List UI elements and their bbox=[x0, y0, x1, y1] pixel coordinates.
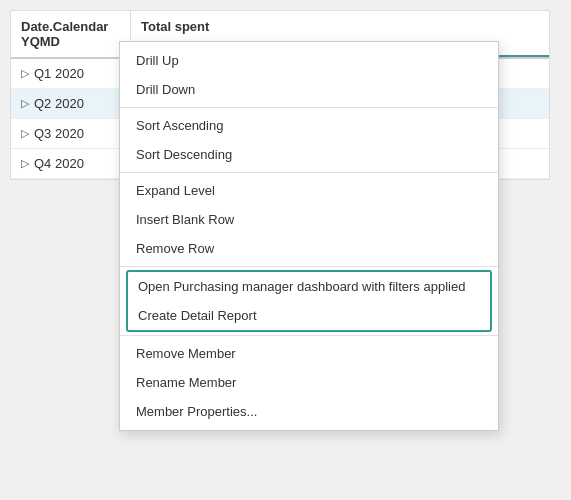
menu-item-expand-level[interactable]: Expand Level bbox=[120, 176, 498, 205]
main-container: Date.Calendar YQMD Total spent ▷ Q1 2020… bbox=[10, 10, 550, 180]
menu-item-create-detail-report[interactable]: Create Detail Report bbox=[128, 301, 490, 330]
expand-arrow-q3[interactable]: ▷ bbox=[21, 127, 29, 140]
menu-item-insert-blank-row[interactable]: Insert Blank Row bbox=[120, 205, 498, 234]
menu-item-sort-ascending[interactable]: Sort Ascending bbox=[120, 111, 498, 140]
menu-item-drill-up[interactable]: Drill Up bbox=[120, 46, 498, 75]
menu-divider-2 bbox=[120, 172, 498, 173]
col-date-header: Date.Calendar YQMD bbox=[11, 11, 131, 57]
expand-arrow-q4[interactable]: ▷ bbox=[21, 157, 29, 170]
expand-arrow-q1[interactable]: ▷ bbox=[21, 67, 29, 80]
row-label-text-q3: Q3 2020 bbox=[34, 126, 84, 141]
menu-item-remove-row[interactable]: Remove Row bbox=[120, 234, 498, 263]
menu-item-remove-member[interactable]: Remove Member bbox=[120, 339, 498, 368]
row-label-text-q1: Q1 2020 bbox=[34, 66, 84, 81]
expand-arrow-q2[interactable]: ▷ bbox=[21, 97, 29, 110]
row-label-q3: ▷ Q3 2020 bbox=[11, 119, 131, 148]
row-label-text-q4: Q4 2020 bbox=[34, 156, 84, 171]
row-label-q4: ▷ Q4 2020 bbox=[11, 149, 131, 178]
menu-divider-3 bbox=[120, 266, 498, 267]
menu-item-drill-down[interactable]: Drill Down bbox=[120, 75, 498, 104]
menu-item-member-properties[interactable]: Member Properties... bbox=[120, 397, 498, 426]
menu-item-open-dashboard[interactable]: Open Purchasing manager dashboard with f… bbox=[128, 272, 490, 301]
menu-item-sort-descending[interactable]: Sort Descending bbox=[120, 140, 498, 169]
menu-item-rename-member[interactable]: Rename Member bbox=[120, 368, 498, 397]
row-label-text-q2: Q2 2020 bbox=[34, 96, 84, 111]
menu-divider-4 bbox=[120, 335, 498, 336]
row-label-q1: ▷ Q1 2020 bbox=[11, 59, 131, 88]
menu-divider-1 bbox=[120, 107, 498, 108]
context-menu: Drill Up Drill Down Sort Ascending Sort … bbox=[119, 41, 499, 431]
row-label-q2: ▷ Q2 2020 bbox=[11, 89, 131, 118]
menu-group-highlighted: Open Purchasing manager dashboard with f… bbox=[126, 270, 492, 332]
